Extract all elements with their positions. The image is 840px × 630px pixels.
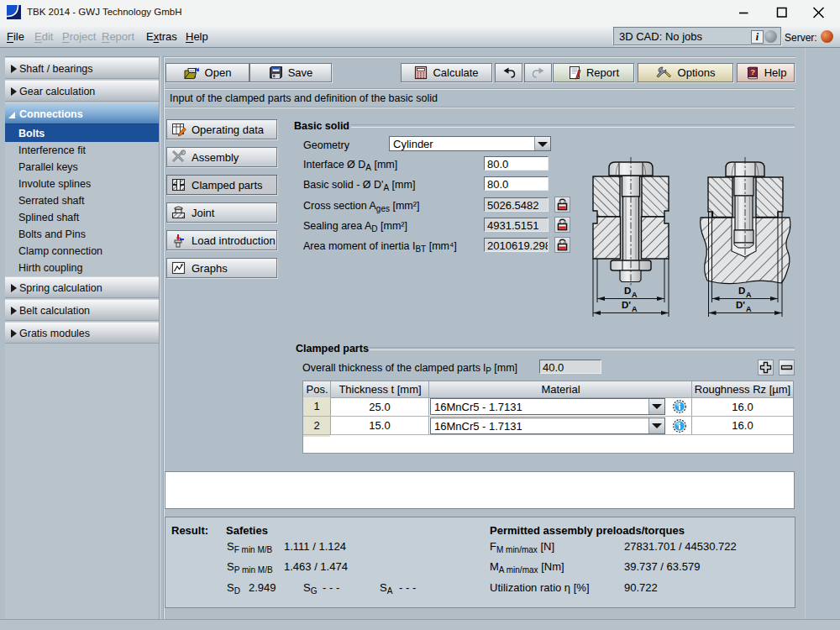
svg-text:D': D'	[736, 300, 745, 310]
svg-text:A: A	[632, 305, 638, 313]
svg-text:D: D	[738, 286, 745, 296]
svg-text:D: D	[624, 286, 631, 296]
svg-text:A: A	[746, 291, 752, 299]
svg-text:A: A	[632, 291, 638, 299]
svg-text:?: ?	[750, 67, 755, 76]
svg-text:A: A	[746, 305, 752, 313]
svg-text:D': D'	[622, 300, 631, 310]
